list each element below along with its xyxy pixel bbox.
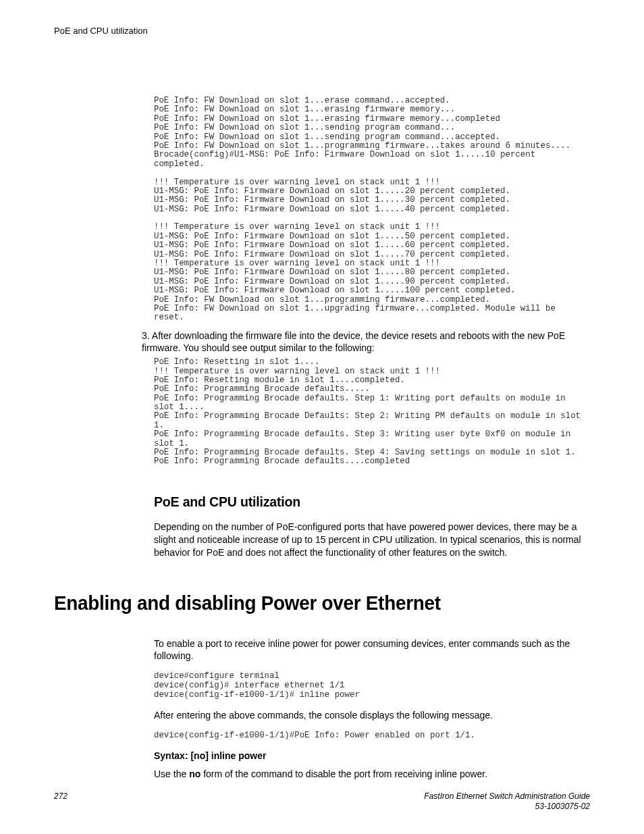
doc-title: FastIron Ethernet Switch Administration …	[424, 791, 590, 801]
paragraph-poe-cpu: Depending on the number of PoE-configure…	[154, 521, 590, 559]
paragraph-use-no: Use the no form of the command to disabl…	[154, 768, 590, 781]
paragraph-after-commands: After entering the above commands, the c…	[154, 709, 590, 722]
use-bold-no: no	[189, 768, 200, 779]
step-3-text: 3. After downloading the firmware file i…	[142, 330, 590, 354]
page-number: 272	[54, 791, 68, 801]
heading-poe-cpu: PoE and CPU utilization	[154, 494, 560, 510]
page-footer: 272 FastIron Ethernet Switch Administrat…	[54, 791, 590, 812]
code-block-reset: PoE Info: Resetting in slot 1.... !!! Te…	[154, 358, 590, 467]
paragraph-enable-intro: To enable a port to receive inline power…	[154, 637, 590, 663]
running-header: PoE and CPU utilization	[54, 26, 590, 36]
syntax-line: Syntax: [no] inline power	[154, 750, 590, 761]
code-block-power-enabled: device(config-if-e1000-1/1)#PoE Info: Po…	[154, 731, 590, 741]
code-block-configure: device#configure terminal device(config)…	[154, 672, 590, 700]
doc-number: 53-1003075-02	[535, 802, 590, 811]
use-post: form of the command to disable the port …	[200, 768, 487, 779]
heading-enabling-disabling: Enabling and disabling Power over Ethern…	[54, 592, 552, 615]
code-block-firmware-download: PoE Info: FW Download on slot 1...erase …	[154, 97, 590, 323]
use-pre: Use the	[154, 768, 189, 779]
doc-info: FastIron Ethernet Switch Administration …	[424, 791, 590, 812]
